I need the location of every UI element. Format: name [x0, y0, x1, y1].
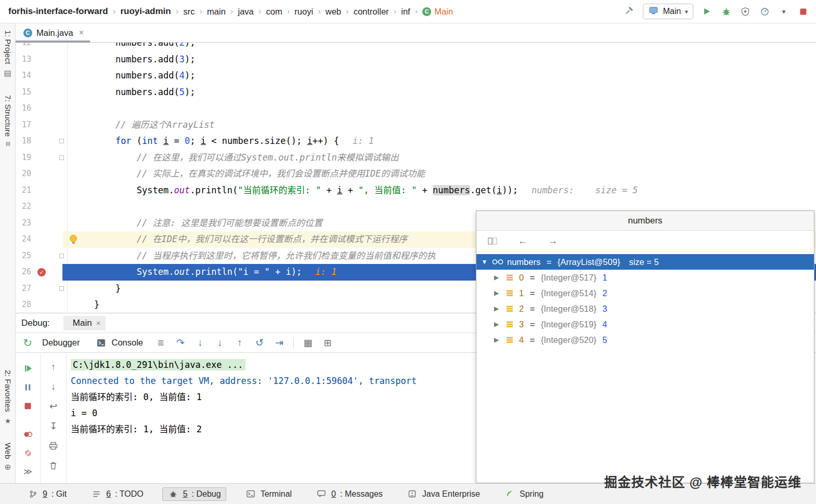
statusbar-item-terminal[interactable]: Terminal [240, 487, 297, 501]
breadcrumb-item[interactable]: main [207, 7, 226, 17]
line-number[interactable]: 27 [17, 281, 31, 297]
line-number[interactable]: 18 [17, 133, 31, 150]
variable-row[interactable]: ▶3 = {Integer@519} 4 [476, 316, 814, 332]
statusbar-item-spring[interactable]: Spring [499, 487, 549, 501]
line-number[interactable]: 22 [17, 198, 31, 215]
variable-row[interactable]: ▶2 = {Integer@518} 3 [476, 301, 814, 316]
step-into-button[interactable]: ↓ [191, 335, 209, 351]
run-config-select[interactable]: Main ▾ [643, 4, 693, 19]
breadcrumb-item[interactable]: forhis-interface-forward [8, 6, 108, 17]
breadcrumb-item[interactable]: web [326, 7, 341, 17]
profiler-icon[interactable] [759, 7, 770, 16]
layout-button[interactable]: ⊞ [319, 335, 336, 351]
line-number[interactable]: 24 [17, 231, 31, 248]
line-number[interactable]: 26 [17, 264, 31, 281]
clear-button[interactable] [45, 458, 62, 473]
expander-icon[interactable]: ▶ [493, 274, 500, 281]
hamburger-button[interactable]: ≡ [152, 335, 170, 351]
stripe-button-favorites[interactable]: 2: Favorites★ [0, 370, 16, 425]
line-number[interactable]: 16 [17, 100, 31, 117]
expander-icon[interactable]: ▼ [481, 258, 488, 266]
line-number[interactable]: 12 [17, 43, 31, 51]
play-icon[interactable] [701, 7, 713, 16]
fold-marker-icon[interactable] [59, 286, 64, 291]
statusbar-label: Spring [520, 489, 543, 499]
line-number[interactable]: 19 [17, 150, 31, 166]
resume-button[interactable] [20, 361, 36, 376]
close-session-icon[interactable]: × [96, 319, 101, 327]
hammer-icon[interactable] [624, 6, 635, 15]
tab-main-java[interactable]: C Main.java × [16, 23, 90, 42]
stop-icon[interactable] [797, 8, 809, 16]
drop-frame-button[interactable]: ↺ [251, 335, 268, 351]
line-number[interactable]: 14 [17, 68, 31, 84]
statusbar-item-debug[interactable]: 5: Debug [162, 487, 226, 501]
variable-text: {Integer@520} [541, 335, 597, 345]
pause-button[interactable] [20, 380, 36, 394]
breadcrumb-item[interactable]: inf [401, 7, 410, 17]
more-button[interactable]: ≫ [20, 465, 36, 479]
stripe-button-project[interactable]: 1: Project▤ [0, 30, 16, 78]
rerun-icon[interactable]: ↻ [22, 337, 33, 348]
up-button[interactable]: ↑ [45, 359, 62, 375]
step-over-button[interactable]: ↷ [172, 335, 189, 351]
expander-icon[interactable]: ▶ [493, 321, 500, 328]
breadcrumb-item[interactable]: java [238, 7, 254, 17]
close-tab-icon[interactable]: × [79, 28, 84, 37]
scroll-end-button[interactable]: ↧ [45, 418, 62, 434]
breadcrumb-item[interactable]: com [266, 7, 282, 17]
statusbar-item-javaenterprise[interactable]: Java Enterprise [401, 487, 485, 501]
stripe-button-structure[interactable]: 7: Structure≡ [0, 95, 16, 146]
statusbar-item-todo[interactable]: 6: TODO [85, 487, 148, 501]
variable-row[interactable]: ▶0 = {Integer@517} 1 [476, 270, 814, 285]
step-out-button[interactable]: ↑ [231, 335, 249, 351]
line-number[interactable]: 25 [17, 248, 31, 264]
variable-row[interactable]: ▶1 = {Integer@514} 2 [476, 285, 814, 301]
soft-wrap-button[interactable]: ↩ [45, 399, 62, 414]
view-breakpoints-button[interactable] [20, 427, 36, 442]
line-number[interactable]: 17 [17, 117, 31, 134]
debug-view-tab-debugger[interactable]: Debugger [35, 333, 86, 352]
coverage-icon[interactable] [740, 7, 751, 16]
variable-row[interactable]: ▼numbers = {ArrayList@509}size = 5 [476, 254, 814, 270]
forward-button[interactable]: → [544, 233, 562, 249]
line-number[interactable]: 20 [17, 166, 31, 182]
breakpoint-icon[interactable] [37, 268, 46, 276]
breadcrumb-item[interactable]: controller [354, 7, 389, 17]
expander-icon[interactable]: ▶ [493, 289, 500, 297]
down-button[interactable]: ↓ [45, 379, 62, 394]
debug-view-tab-console[interactable]: Console [88, 333, 150, 352]
line-number[interactable]: 21 [17, 182, 31, 199]
grid-button[interactable]: ▦ [299, 335, 317, 351]
line-number[interactable]: 28 [17, 297, 31, 313]
line-number[interactable]: 15 [17, 84, 31, 101]
arr-icon [504, 305, 515, 312]
mute-breakpoints-button[interactable] [20, 446, 36, 460]
fold-marker-icon[interactable] [59, 155, 64, 160]
chevron-down-icon[interactable]: ▾ [778, 8, 789, 15]
breadcrumb-item[interactable]: src [183, 7, 195, 17]
debug-session-tab[interactable]: Main × [63, 316, 106, 330]
run-config-name: Main [663, 7, 681, 16]
breadcrumb-item[interactable]: ruoyi-admin [120, 6, 171, 17]
stop-square-button[interactable] [20, 399, 36, 413]
line-number[interactable]: 23 [17, 215, 31, 232]
print-button[interactable] [45, 438, 62, 454]
expander-icon[interactable]: ▶ [493, 305, 500, 312]
statusbar-item-git[interactable]: 9: Git [22, 487, 72, 501]
back-button[interactable]: ← [514, 233, 532, 249]
line-number[interactable]: 13 [17, 51, 31, 68]
statusbar-item-messages[interactable]: 0: Messages [310, 487, 388, 501]
fold-marker-icon[interactable] [59, 139, 64, 143]
stripe-button-web[interactable]: Web⊕ [0, 443, 16, 470]
expander-icon[interactable]: ▶ [493, 336, 500, 343]
force-step-into-button[interactable]: ↓ [211, 335, 229, 351]
breadcrumb-class[interactable]: CMain [422, 7, 453, 17]
debug-bug-icon[interactable] [720, 7, 732, 16]
fold-marker-icon[interactable] [59, 254, 64, 258]
variable-row[interactable]: ▶4 = {Integer@520} 5 [476, 332, 814, 348]
run-to-cursor-button[interactable]: ⇥ [270, 335, 288, 351]
breadcrumb-item[interactable]: ruoyi [294, 7, 313, 17]
panes-button[interactable] [484, 233, 501, 249]
breadcrumb-separator: › [415, 6, 418, 17]
